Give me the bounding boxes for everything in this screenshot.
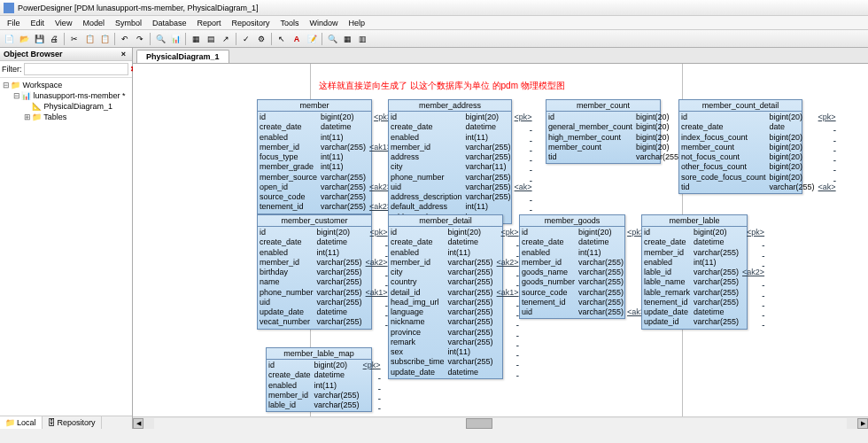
tb-pointer-icon[interactable]: ↖ xyxy=(275,32,289,46)
tb-sep xyxy=(322,33,322,45)
tb-sep xyxy=(114,33,115,45)
scroll-thumb[interactable] xyxy=(466,418,492,429)
tree-diagram[interactable]: 📐 PhysicalDiagram_1 xyxy=(2,101,130,112)
menu-file[interactable]: File xyxy=(2,19,26,27)
tb-redo-icon[interactable]: ↷ xyxy=(133,32,147,46)
entity-body: idcreate_datemember_idenabledlable_idlab… xyxy=(642,227,747,329)
entity-title: member_lable xyxy=(642,215,747,227)
entity-title: member_detail xyxy=(389,215,502,227)
tab-repository[interactable]: 🗄 Repository xyxy=(43,416,102,429)
menu-database[interactable]: Database xyxy=(147,19,192,27)
tb-gen-icon[interactable]: ⚙ xyxy=(254,32,268,46)
doc-tab-diagram[interactable]: PhysicalDiagram_1 xyxy=(136,50,229,63)
tb-undo-icon[interactable]: ↶ xyxy=(118,32,132,46)
entity-member_customer[interactable]: member_customeridcreate_dateenabledmembe… xyxy=(257,214,372,330)
tb-zoom-icon[interactable]: 🔍 xyxy=(325,32,339,46)
toolbar: 📄 📂 💾 🖨 ✂ 📋 📋 ↶ ↷ 🔍 📊 ▦ ▤ ↗ ✓ ⚙ ↖ A 📝 🔍 … xyxy=(0,30,868,48)
entity-title: member_address xyxy=(389,100,511,112)
main-area: Object Browser × Filter: ✖ ↻ ⊟📁 Workspac… xyxy=(0,48,868,429)
tb-sep xyxy=(150,33,151,45)
entity-member_lable_map[interactable]: member_lable_mapidcreate_dateenabledmemb… xyxy=(266,347,372,412)
tb-print-icon[interactable]: 🖨 xyxy=(47,32,61,46)
entity-title: member xyxy=(258,100,371,112)
menu-report[interactable]: Report xyxy=(191,19,226,27)
object-browser: Object Browser × Filter: ✖ ↻ ⊟📁 Workspac… xyxy=(0,48,133,429)
entity-member_count[interactable]: member_countidgeneral_member_counthigh_m… xyxy=(546,99,661,164)
tb-check-icon[interactable]: ✓ xyxy=(239,32,253,46)
sidebar-tabs: 📁 Local 🗄 Repository xyxy=(0,416,132,429)
tb-sep xyxy=(185,33,186,45)
entity-title: member_goods xyxy=(520,215,624,227)
scroll-left-icon[interactable]: ◀ xyxy=(133,418,143,429)
tree[interactable]: ⊟📁 Workspace ⊟📊 lunasupport-ms-member * … xyxy=(0,78,132,416)
tab-local[interactable]: 📁 Local xyxy=(0,416,43,429)
entity-body: idcreate_dateenabledmember_idgoods_nameg… xyxy=(520,227,624,318)
entity-member_lable[interactable]: member_lableidcreate_datemember_idenable… xyxy=(641,214,748,330)
tb-copy-icon[interactable]: 📋 xyxy=(82,32,97,46)
tb-new-icon[interactable]: 📄 xyxy=(2,32,16,46)
entity-body: idgeneral_member_counthigh_member_countm… xyxy=(546,112,660,163)
entity-title: member_count xyxy=(546,100,660,112)
tree-tables-folder[interactable]: ⊞📁 Tables xyxy=(2,112,130,122)
tb-note-icon[interactable]: 📝 xyxy=(305,32,319,46)
tb-sep xyxy=(271,33,272,45)
tb-sep xyxy=(64,33,65,45)
title-bar: PowerDesigner [PDM lunasupport-ms-member… xyxy=(0,0,868,16)
entity-body: idcreate_dateenabledmember_idaddresscity… xyxy=(389,112,511,223)
tb-view-icon[interactable]: ▤ xyxy=(204,32,218,46)
diagram-canvas[interactable]: 这样就直接逆向生成了 以这个数据库为单位 的pdm 物理模型图 memberid… xyxy=(133,64,868,416)
tb-align-icon[interactable]: ▥ xyxy=(355,32,369,46)
menu-model[interactable]: Model xyxy=(77,19,110,27)
h-scrollbar[interactable]: ◀ ▶ xyxy=(133,416,868,429)
filter-row: Filter: ✖ ↻ xyxy=(0,61,132,78)
window-title: PowerDesigner [PDM lunasupport-ms-member… xyxy=(18,4,259,12)
entity-member_address[interactable]: member_addressidcreate_dateenabledmember… xyxy=(388,99,512,224)
tree-model[interactable]: ⊟📊 lunasupport-ms-member * xyxy=(2,90,130,101)
tb-save-icon[interactable]: 💾 xyxy=(32,32,46,46)
menu-edit[interactable]: Edit xyxy=(26,19,50,27)
entity-member_detail[interactable]: member_detailidcreate_dateenabledmember_… xyxy=(388,214,503,379)
tb-props-icon[interactable]: 📊 xyxy=(168,32,182,46)
doc-tabs: PhysicalDiagram_1 xyxy=(133,48,868,64)
close-icon[interactable]: × xyxy=(119,50,128,58)
filter-label: Filter: xyxy=(2,65,22,74)
tb-table-icon[interactable]: ▦ xyxy=(189,32,203,46)
tb-text-icon[interactable]: A xyxy=(290,32,304,46)
entity-title: member_customer xyxy=(258,215,371,227)
entity-title: member_count_detail xyxy=(679,100,802,112)
canvas-area: PhysicalDiagram_1 这样就直接逆向生成了 以这个数据库为单位 的… xyxy=(133,48,868,429)
menu-window[interactable]: Window xyxy=(305,19,344,27)
scroll-right-icon[interactable]: ▶ xyxy=(857,418,868,429)
menu-symbol[interactable]: Symbol xyxy=(110,19,147,27)
menu-view[interactable]: View xyxy=(50,19,77,27)
entity-body: idcreate_dateenabledmember_idbirthdaynam… xyxy=(258,227,371,329)
entity-member_count_detail[interactable]: member_count_detailidcreate_dateindex_fo… xyxy=(678,99,802,194)
menu-repository[interactable]: Repository xyxy=(226,19,275,27)
entity-body: idcreate_dateenabledmember_idfocus_typem… xyxy=(258,112,371,214)
scroll-track[interactable] xyxy=(154,418,847,429)
app-icon xyxy=(4,3,14,13)
sidebar-title: Object Browser × xyxy=(0,48,132,61)
entity-body: idcreate_dateindex_focus_countmember_cou… xyxy=(679,112,802,193)
entity-member_goods[interactable]: member_goodsidcreate_dateenabledmember_i… xyxy=(519,214,625,319)
tb-open-icon[interactable]: 📂 xyxy=(17,32,31,46)
menu-help[interactable]: Help xyxy=(344,19,371,27)
tree-workspace[interactable]: ⊟📁 Workspace xyxy=(2,80,130,90)
tb-find-icon[interactable]: 🔍 xyxy=(153,32,167,46)
tb-sep xyxy=(236,33,236,45)
sidebar-title-text: Object Browser xyxy=(4,50,63,58)
entity-body: idcreate_dateenabledmember_idcitycountry… xyxy=(389,227,502,378)
tb-paste-icon[interactable]: 📋 xyxy=(97,32,112,46)
filter-input[interactable] xyxy=(24,63,128,75)
entity-member[interactable]: memberidcreate_dateenabledmember_idfocus… xyxy=(257,99,372,214)
tb-layout-icon[interactable]: ▦ xyxy=(340,32,354,46)
tb-ref-icon[interactable]: ↗ xyxy=(219,32,233,46)
tb-cut-icon[interactable]: ✂ xyxy=(67,32,81,46)
annotation-text: 这样就直接逆向生成了 以这个数据库为单位 的pdm 物理模型图 xyxy=(319,80,565,92)
menu-bar: File Edit View Model Symbol Database Rep… xyxy=(0,16,868,30)
entity-body: idcreate_dateenabledmember_idlable_idbig… xyxy=(267,360,371,411)
entity-title: member_lable_map xyxy=(267,348,371,360)
menu-tools[interactable]: Tools xyxy=(275,19,305,27)
